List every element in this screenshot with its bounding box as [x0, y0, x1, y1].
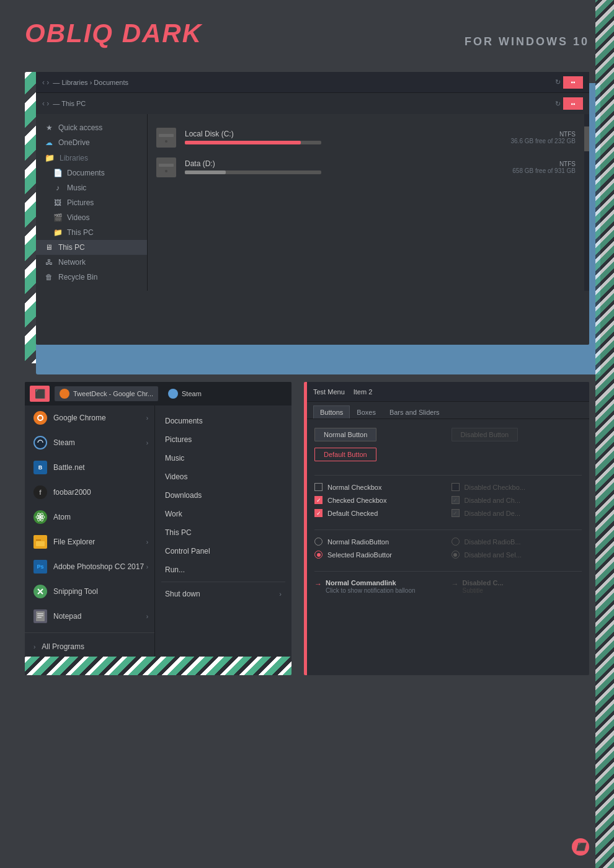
- right-item-shutdown[interactable]: Shut down ›: [155, 585, 291, 603]
- sidebar-label-thispc: This PC: [58, 243, 85, 252]
- radio-normal[interactable]: Normal RadioButton: [314, 538, 445, 546]
- drive-d-name: Data (D:): [185, 159, 504, 168]
- sidebar-item-pictures[interactable]: 🖼 Pictures: [36, 195, 147, 210]
- sidebar-item-recyclebin[interactable]: 🗑 Recycle Bin: [36, 270, 147, 285]
- start-button[interactable]: ⬛: [30, 386, 50, 402]
- checkbox-default-box[interactable]: ✓: [314, 509, 323, 517]
- drive-c-meta: NTFS 36.6 GB free of 232 GB: [510, 131, 576, 144]
- refresh-icon-pc[interactable]: ↻: [555, 100, 561, 108]
- controls-menubar: Test Menu Item 2: [307, 382, 589, 402]
- right-item-music[interactable]: Music: [155, 449, 291, 467]
- drive-c[interactable]: Local Disk (C:) NTFS 36.6 GB free of 232…: [156, 123, 576, 153]
- radio-normal-circle[interactable]: [314, 538, 323, 546]
- radios-section: Normal RadioButton Selected RadioButtor …: [314, 538, 582, 564]
- fe-main: ★ Quick access ☁ OneDrive 📁 Libraries 📄 …: [36, 114, 589, 291]
- star-icon: ★: [45, 123, 53, 132]
- app-atom[interactable]: Atom: [25, 505, 154, 529]
- normal-button[interactable]: Normal Button: [314, 428, 376, 441]
- sidebar-item-work[interactable]: 📁 This PC: [36, 225, 147, 240]
- sidebar-item-quickaccess[interactable]: ★ Quick access: [36, 120, 147, 135]
- logo-symbol: ⬛: [576, 843, 585, 851]
- drive-c-fs: NTFS: [510, 131, 576, 138]
- checkbox-normal[interactable]: Normal Checkbox: [314, 483, 445, 491]
- sidebar-label-work: This PC: [67, 228, 94, 237]
- svg-rect-4: [159, 164, 174, 167]
- svg-point-8: [38, 416, 42, 420]
- sidebar-item-thispc[interactable]: 🖥 This PC: [36, 240, 147, 255]
- nav-arrows-pc[interactable]: ‹ ›: [42, 99, 49, 108]
- svg-point-9: [35, 437, 46, 448]
- refresh-icon-doc[interactable]: ↻: [555, 78, 561, 86]
- sidebar-item-documents[interactable]: 📄 Documents: [36, 166, 147, 180]
- sidebar-item-onedrive[interactable]: ☁ OneDrive: [36, 135, 147, 150]
- close-btn-doc[interactable]: ▪▪: [563, 76, 583, 89]
- checkbox-checked-box[interactable]: ✓: [314, 496, 323, 504]
- all-programs[interactable]: › All Programs: [25, 637, 154, 657]
- radio-selected-circle[interactable]: [314, 551, 323, 559]
- radio-selected-label: Selected RadioButtor: [327, 551, 392, 559]
- drive-d[interactable]: Data (D:) NTFS 658 GB free of 931 GB: [156, 153, 576, 182]
- app-chrome[interactable]: Google Chrome ›: [25, 405, 154, 430]
- commandlink-arrow-disabled: →: [452, 580, 459, 588]
- right-item-pictures[interactable]: Pictures: [155, 430, 291, 449]
- snipping-icon: [33, 585, 47, 598]
- app-battlenet[interactable]: B Battle.net: [25, 455, 154, 480]
- right-item-documents[interactable]: Documents: [155, 412, 291, 430]
- taskbar-item-steam[interactable]: Steam: [163, 386, 207, 401]
- scrollbar[interactable]: [584, 114, 589, 291]
- taskbar: ⬛ TweetDeck - Google Chr... Steam: [25, 382, 291, 405]
- radio-selected[interactable]: Selected RadioButtor: [314, 551, 445, 559]
- pictures-icon: 🖼: [53, 198, 62, 207]
- tab-buttons[interactable]: Buttons: [313, 405, 350, 418]
- separator: [25, 632, 154, 633]
- sidebar-item-videos[interactable]: 🎬 Videos: [36, 210, 147, 225]
- checkbox-normal-box[interactable]: [314, 483, 323, 491]
- scrollbar-thumb[interactable]: [584, 126, 589, 151]
- commandlink-col-left: → Normal Commandlink Click to show notif…: [314, 579, 445, 594]
- cloud-icon: ☁: [45, 138, 53, 147]
- file-explorer-outer: ‹ › — Libraries › Documents ↻ ▪▪ ‹ › — T…: [25, 72, 589, 363]
- tab-bars-sliders[interactable]: Bars and Sliders: [383, 405, 447, 418]
- nav-arrows-doc[interactable]: ‹ ›: [42, 78, 49, 87]
- app-title: OBLIQ DARK: [25, 19, 202, 48]
- app-photoshop[interactable]: Ps Adobe Photoshop CC 2017 ›: [25, 554, 154, 579]
- app-steam[interactable]: Steam ›: [25, 430, 154, 455]
- taskbar-label-tweetdeck: TweetDeck - Google Chr...: [73, 390, 153, 397]
- commandlink-disabled: → Disabled C... Subtitle: [452, 579, 582, 594]
- taskbar-item-tweetdeck[interactable]: TweetDeck - Google Chr...: [55, 386, 158, 401]
- app-label-notepad: Notepad: [53, 612, 81, 621]
- sidebar-item-network[interactable]: 🖧 Network: [36, 255, 147, 270]
- tab-boxes[interactable]: Boxes: [350, 405, 383, 418]
- right-item-run[interactable]: Run...: [155, 560, 291, 579]
- checkbox-default-checked[interactable]: ✓ Default Checked: [314, 509, 445, 517]
- commandlink-normal[interactable]: → Normal Commandlink Click to show notif…: [314, 579, 445, 594]
- menu-item-testmenu[interactable]: Test Menu: [313, 388, 345, 396]
- default-button[interactable]: Default Button: [314, 448, 376, 461]
- titlebar-documents: ‹ › — Libraries › Documents ↻ ▪▪: [36, 72, 589, 93]
- checkbox-checked[interactable]: ✓ Checked Checkbox: [314, 496, 445, 504]
- commandlink-text-normal: Normal Commandlink Click to show notific…: [326, 579, 416, 594]
- menu-item-item2[interactable]: Item 2: [354, 388, 373, 396]
- checkboxes-col-right: Disabled Checkbo... ✓ Disabled and Ch...…: [452, 483, 582, 522]
- svg-rect-16: [36, 539, 41, 541]
- sidebar-item-music[interactable]: ♪ Music: [36, 180, 147, 195]
- app-fileexplorer[interactable]: File Explorer ›: [25, 529, 154, 554]
- drive-d-info: Data (D:): [185, 159, 504, 175]
- right-item-work[interactable]: Work: [155, 505, 291, 523]
- breadcrumb-doc: — Libraries › Documents: [53, 79, 128, 86]
- controls-tabbar: Buttons Boxes Bars and Sliders: [307, 402, 589, 419]
- close-btn-pc[interactable]: ▪▪: [563, 97, 583, 110]
- app-foobar[interactable]: f foobar2000: [25, 480, 154, 505]
- atom-icon: [33, 510, 47, 524]
- commandlink-sub-disabled: Subtitle: [463, 587, 483, 594]
- sidebar-label-network: Network: [58, 258, 86, 267]
- app-snipping[interactable]: Snipping Tool: [25, 579, 154, 604]
- right-item-videos[interactable]: Videos: [155, 467, 291, 486]
- right-item-thispc[interactable]: This PC: [155, 523, 291, 542]
- checkbox-disabled-default-label: Disabled and De...: [465, 510, 521, 517]
- right-item-downloads[interactable]: Downloads: [155, 486, 291, 505]
- drive-d-fs: NTFS: [512, 161, 576, 167]
- right-item-controlpanel[interactable]: Control Panel: [155, 542, 291, 560]
- arrow-steam: ›: [146, 440, 148, 446]
- app-notepad[interactable]: Notepad ›: [25, 604, 154, 629]
